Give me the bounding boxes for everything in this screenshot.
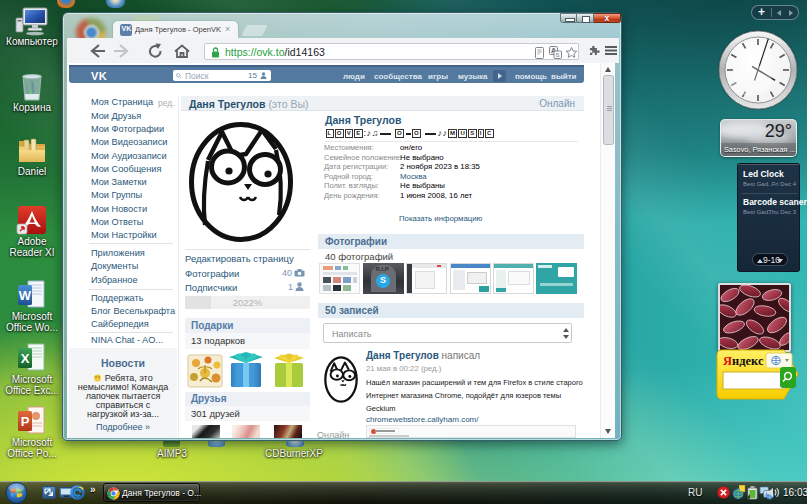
- svg-text:X: X: [21, 351, 30, 366]
- svg-text:P: P: [21, 414, 30, 429]
- svg-text:W: W: [19, 288, 32, 303]
- svg-text:Яндекс: Яндекс: [723, 354, 764, 368]
- svg-text:Б: Б: [556, 52, 560, 58]
